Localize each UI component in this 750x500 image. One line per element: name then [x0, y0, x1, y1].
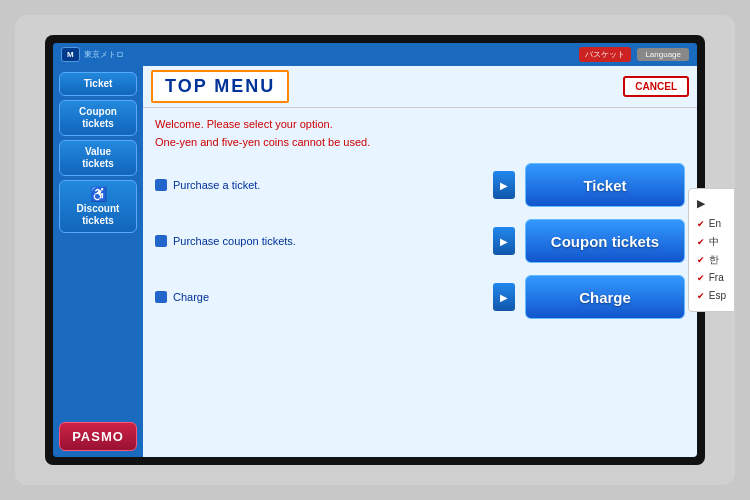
cancel-button[interactable]: CANCEL — [623, 76, 689, 97]
checkmark-es: ✔ — [697, 288, 705, 304]
option-label-charge: Charge — [155, 291, 483, 303]
option-row-ticket: Purchase a ticket. Ticket — [155, 163, 685, 207]
welcome-area: Welcome. Please select your option. One-… — [143, 108, 697, 155]
option-row-charge: Charge Charge — [155, 275, 685, 319]
lang-en: ✔ En — [697, 215, 726, 233]
option-icon-charge — [155, 291, 167, 303]
arrow-btn-coupon[interactable] — [493, 227, 515, 255]
main-area: Ticket Coupontickets Valuetickets ♿ Disc… — [53, 66, 697, 457]
option-text-coupon: Purchase coupon tickets. — [173, 235, 296, 247]
machine-frame: ▶ ✔ En ✔ 中 ✔ 한 ✔ Fra ✔ Esp M — [15, 15, 735, 485]
basket-button[interactable]: バスケット — [579, 47, 631, 62]
checkmark-ko: ✔ — [697, 252, 705, 268]
top-bar-right: バスケット Language — [579, 47, 689, 62]
option-label-ticket: Purchase a ticket. — [155, 179, 483, 191]
top-bar: M 東京メトロ バスケット Language — [53, 43, 697, 66]
logo-area: M 東京メトロ — [61, 47, 124, 62]
screen-inner: M 東京メトロ バスケット Language Ticket Coupontick… — [53, 43, 697, 457]
metro-text: 東京メトロ — [84, 49, 124, 60]
sidebar-btn-coupon[interactable]: Coupontickets — [59, 100, 137, 136]
language-arrow: ▶ — [697, 195, 726, 213]
screen-outer: M 東京メトロ バスケット Language Ticket Coupontick… — [45, 35, 705, 465]
welcome-line1: Welcome. Please select your option. — [155, 116, 685, 134]
option-icon-ticket — [155, 179, 167, 191]
welcome-line2: One-yen and five-yen coins cannot be use… — [155, 134, 685, 152]
checkmark-zh: ✔ — [697, 234, 705, 250]
pasmo-button[interactable]: PASMO — [59, 422, 137, 451]
arrow-btn-ticket[interactable] — [493, 171, 515, 199]
coupon-tickets-button[interactable]: Coupon tickets — [525, 219, 685, 263]
sidebar-btn-value[interactable]: Valuetickets — [59, 140, 137, 176]
lang-fr: ✔ Fra — [697, 269, 726, 287]
option-icon-coupon — [155, 235, 167, 247]
sidebar-btn-discount[interactable]: ♿ Discounttickets — [59, 180, 137, 233]
checkmark-fr: ✔ — [697, 270, 705, 286]
lang-zh: ✔ 中 — [697, 233, 726, 251]
title-bar: TOP MENU CANCEL — [143, 66, 697, 108]
option-text-ticket: Purchase a ticket. — [173, 179, 260, 191]
option-text-charge: Charge — [173, 291, 209, 303]
sidebar-btn-ticket[interactable]: Ticket — [59, 72, 137, 96]
page-title: TOP MENU — [165, 76, 275, 96]
checkmark-en: ✔ — [697, 216, 705, 232]
lang-ko: ✔ 한 — [697, 251, 726, 269]
option-label-coupon: Purchase coupon tickets. — [155, 235, 483, 247]
metro-logo: M — [61, 47, 80, 62]
ticket-button[interactable]: Ticket — [525, 163, 685, 207]
sidebar: Ticket Coupontickets Valuetickets ♿ Disc… — [53, 66, 143, 457]
language-button[interactable]: Language — [637, 48, 689, 61]
lang-es: ✔ Esp — [697, 287, 726, 305]
options-area: Purchase a ticket. Ticket Purchase coupo… — [143, 155, 697, 457]
title-box: TOP MENU — [151, 70, 289, 103]
option-row-coupon: Purchase coupon tickets. Coupon tickets — [155, 219, 685, 263]
language-panel: ▶ ✔ En ✔ 中 ✔ 한 ✔ Fra ✔ Esp — [688, 188, 735, 312]
arrow-btn-charge[interactable] — [493, 283, 515, 311]
content-panel: TOP MENU CANCEL Welcome. Please select y… — [143, 66, 697, 457]
charge-button[interactable]: Charge — [525, 275, 685, 319]
